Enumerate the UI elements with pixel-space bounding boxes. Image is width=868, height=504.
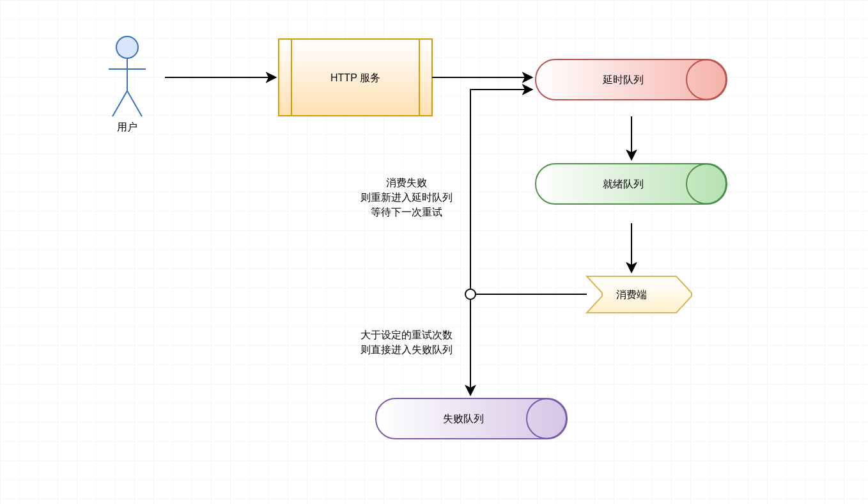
annotation-retry-line3: 等待下一次重试 — [371, 207, 442, 217]
node-consumer: 消费端 — [587, 276, 692, 313]
http-service-label: HTTP 服务 — [330, 72, 380, 83]
annotation-fail-line1: 大于设定的重试次数 — [360, 329, 453, 340]
actor-head-icon — [116, 36, 138, 58]
fail-queue-label: 失败队列 — [443, 413, 484, 424]
actor-label: 用户 — [117, 122, 137, 132]
annotation-retry-line2: 则重新进入延时队列 — [360, 192, 453, 203]
branch-point-icon — [465, 289, 476, 299]
node-delay-queue: 延时队列 — [536, 59, 727, 100]
annotation-retry-line1: 消费失败 — [386, 177, 427, 188]
annotation-fail-line2: 则直接进入失败队列 — [360, 344, 453, 355]
node-ready-queue: 就绪队列 — [536, 164, 727, 204]
node-http-service: HTTP 服务 — [279, 39, 432, 116]
consumer-label: 消费端 — [616, 289, 647, 300]
node-fail-queue: 失败队列 — [376, 398, 567, 439]
diagram-canvas: 用户 HTTP 服务 延时队列 就绪队列 消费端 失败队列 — [0, 0, 868, 504]
delay-queue-label: 延时队列 — [602, 74, 644, 85]
ready-queue-label: 就绪队列 — [603, 178, 644, 189]
